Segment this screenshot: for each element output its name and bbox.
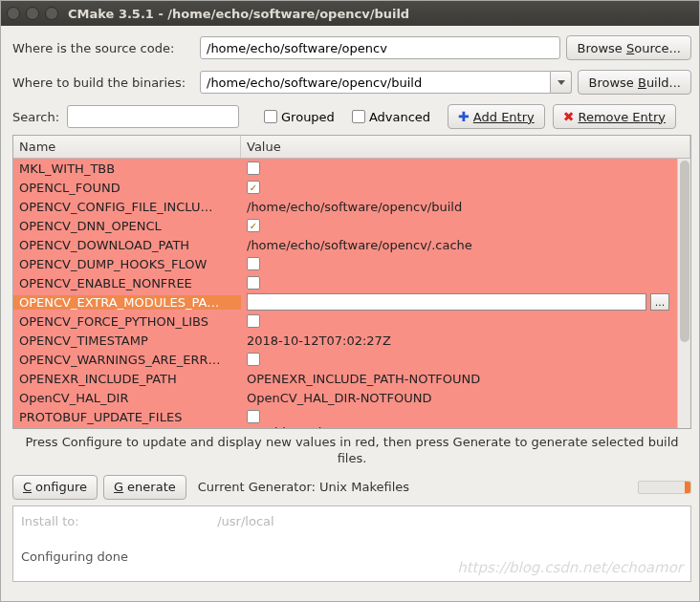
cache-table: Name Value MKL_WITH_TBBOPENCL_FOUNDOPENC… xyxy=(12,135,691,429)
cache-name[interactable]: OPENEXR_INCLUDE_PATH xyxy=(13,372,241,386)
cache-name[interactable]: OPENCV_CONFIG_FILE_INCLU… xyxy=(13,200,241,214)
cache-value[interactable] xyxy=(241,181,690,194)
table-row[interactable]: OPENCV_FORCE_PYTHON_LIBS xyxy=(13,312,690,331)
cache-value[interactable]: OPENEXR_INCLUDE_PATH-NOTFOUND xyxy=(241,372,690,386)
cache-name[interactable]: OPENCV_DUMP_HOOKS_FLOW xyxy=(13,257,241,271)
search-row: Search: Grouped Advanced ✚Add Entry ✖Rem… xyxy=(12,104,691,129)
advanced-checkbox[interactable]: Advanced xyxy=(352,110,430,124)
remove-entry-button[interactable]: ✖Remove Entry xyxy=(553,104,676,129)
source-code-row: Where is the source code: Browse Source.… xyxy=(12,35,691,60)
window-title: CMake 3.5.1 - /home/echo/software/opencv… xyxy=(68,7,409,21)
table-row[interactable]: OPENCV_DUMP_HOOKS_FLOW xyxy=(13,254,690,273)
checkbox-icon[interactable] xyxy=(247,314,260,328)
checkbox-icon xyxy=(352,110,365,123)
cache-name[interactable]: OPENCV_ENABLE_NONFREE xyxy=(13,276,241,290)
table-row[interactable]: OPENCL_FOUND xyxy=(13,178,690,197)
table-row[interactable]: MKL_WITH_TBB xyxy=(13,159,690,178)
cache-value[interactable]: 2018-10-12T07:02:27Z xyxy=(241,333,690,348)
plus-icon: ✚ xyxy=(458,109,470,124)
cache-name[interactable]: PYTHON2_EXECUTABLE xyxy=(13,425,241,429)
cache-value[interactable]: OpenCV_HAL_DIR-NOTFOUND xyxy=(241,391,690,405)
checkbox-icon[interactable] xyxy=(247,410,260,423)
cache-value[interactable]: /home/echo/software/opencv/.cache xyxy=(241,238,690,252)
checkbox-icon[interactable] xyxy=(247,257,260,270)
cache-name[interactable]: MKL_WITH_TBB xyxy=(13,161,241,176)
cache-value[interactable] xyxy=(241,314,690,328)
log-output[interactable]: Install to: /usr/local Configuring done … xyxy=(12,505,691,582)
generate-button[interactable]: Generate xyxy=(103,475,186,500)
grouped-checkbox[interactable]: Grouped xyxy=(264,110,335,124)
cache-name[interactable]: PROTOBUF_UPDATE_FILES xyxy=(13,410,241,424)
checkbox-icon[interactable] xyxy=(247,219,260,232)
cache-name[interactable]: OpenCV_HAL_DIR xyxy=(13,391,241,405)
close-window-icon[interactable] xyxy=(7,7,20,20)
table-row[interactable]: PYTHON2_EXECUTABLE/usr/bin/python2.7 xyxy=(13,426,690,428)
cache-name[interactable]: OPENCV_TIMESTAMP xyxy=(13,333,241,348)
source-label: Where is the source code: xyxy=(12,41,194,55)
minimize-window-icon[interactable] xyxy=(26,7,39,20)
cmake-gui-window: CMake 3.5.1 - /home/echo/software/opencv… xyxy=(0,0,700,602)
advanced-label: Advanced xyxy=(369,110,430,124)
watermark: https://blog.csdn.net/echoamor xyxy=(457,557,683,579)
table-row[interactable]: OPENCV_DNN_OPENCL xyxy=(13,216,690,235)
cache-name[interactable]: OPENCV_DOWNLOAD_PATH xyxy=(13,238,241,252)
table-row[interactable]: PROTOBUF_UPDATE_FILES xyxy=(13,407,690,426)
cache-name[interactable]: OPENCV_EXTRA_MODULES_PA… xyxy=(13,295,241,310)
add-entry-button[interactable]: ✚Add Entry xyxy=(448,104,545,129)
table-body: MKL_WITH_TBBOPENCL_FOUNDOPENCV_CONFIG_FI… xyxy=(13,159,690,428)
table-row[interactable]: OPENCV_TIMESTAMP2018-10-12T07:02:27Z xyxy=(13,331,690,350)
column-value[interactable]: Value xyxy=(241,136,690,158)
grouped-label: Grouped xyxy=(281,110,335,124)
cache-value[interactable] xyxy=(241,219,690,232)
progress-fill xyxy=(685,482,690,493)
generator-label: Current Generator: Unix Makefiles xyxy=(198,480,409,494)
scroll-thumb[interactable] xyxy=(680,161,689,342)
cache-value[interactable]: ... xyxy=(241,293,690,311)
build-path-dropdown[interactable] xyxy=(551,71,572,94)
cache-value[interactable] xyxy=(241,161,690,175)
cache-name[interactable]: OPENCV_WARNINGS_ARE_ERR… xyxy=(13,353,241,367)
action-row: Configure Generate Current Generator: Un… xyxy=(12,475,691,505)
search-label: Search: xyxy=(12,110,59,124)
cache-value[interactable]: /home/echo/software/opencv/build xyxy=(241,200,690,214)
source-path-input[interactable] xyxy=(200,36,560,59)
chevron-down-icon xyxy=(558,80,565,85)
browse-source-button[interactable]: Browse Source... xyxy=(566,35,691,60)
build-dir-row: Where to build the binaries: Browse Buil… xyxy=(12,70,691,95)
browse-build-button[interactable]: Browse Build... xyxy=(578,70,691,95)
cache-value[interactable] xyxy=(241,257,690,270)
progress-bar xyxy=(638,481,691,494)
maximize-window-icon[interactable] xyxy=(45,7,58,20)
scrollbar[interactable] xyxy=(677,159,690,428)
table-row[interactable]: OPENEXR_INCLUDE_PATHOPENEXR_INCLUDE_PATH… xyxy=(13,369,690,388)
info-text: Press Configure to update and display ne… xyxy=(12,429,691,475)
checkbox-icon xyxy=(264,110,277,123)
table-row[interactable]: OPENCV_EXTRA_MODULES_PA…... xyxy=(13,292,690,312)
table-row[interactable]: OPENCV_ENABLE_NONFREE xyxy=(13,273,690,292)
checkbox-icon[interactable] xyxy=(247,161,260,175)
table-row[interactable]: OPENCV_DOWNLOAD_PATH/home/echo/software/… xyxy=(13,235,690,254)
browse-path-button[interactable]: ... xyxy=(650,293,669,311)
cache-name[interactable]: OPENCL_FOUND xyxy=(13,181,241,195)
table-header: Name Value xyxy=(13,136,690,159)
table-row[interactable]: OPENCV_CONFIG_FILE_INCLU…/home/echo/soft… xyxy=(13,197,690,216)
checkbox-icon[interactable] xyxy=(247,353,260,366)
checkbox-icon[interactable] xyxy=(247,181,260,194)
configure-button[interactable]: Configure xyxy=(12,475,98,500)
cache-name[interactable]: OPENCV_FORCE_PYTHON_LIBS xyxy=(13,314,241,329)
table-row[interactable]: OpenCV_HAL_DIROpenCV_HAL_DIR-NOTFOUND xyxy=(13,388,690,407)
titlebar[interactable]: CMake 3.5.1 - /home/echo/software/opencv… xyxy=(1,1,699,26)
table-row[interactable]: OPENCV_WARNINGS_ARE_ERR… xyxy=(13,350,690,369)
build-path-input[interactable] xyxy=(200,71,551,94)
build-label: Where to build the binaries: xyxy=(12,75,194,90)
column-name[interactable]: Name xyxy=(13,136,241,158)
checkbox-icon[interactable] xyxy=(247,276,260,290)
cache-value[interactable] xyxy=(241,353,690,366)
cache-value[interactable] xyxy=(241,410,690,423)
cache-value[interactable]: /usr/bin/python2.7 xyxy=(241,425,690,429)
cache-value[interactable] xyxy=(241,276,690,290)
x-icon: ✖ xyxy=(563,109,575,124)
search-input[interactable] xyxy=(67,105,239,128)
path-input[interactable] xyxy=(247,293,646,311)
cache-name[interactable]: OPENCV_DNN_OPENCL xyxy=(13,219,241,233)
